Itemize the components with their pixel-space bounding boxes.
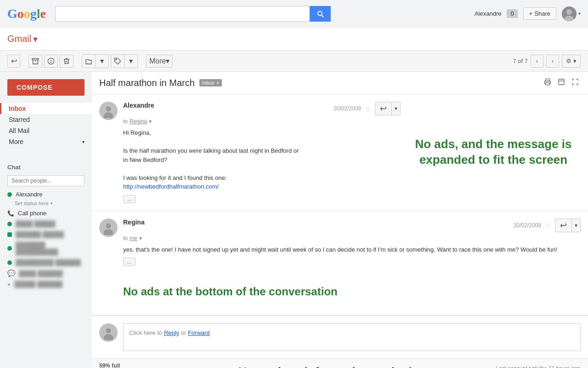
move-button[interactable] (82, 55, 96, 68)
settings-button[interactable]: ⚙ ▾ (562, 55, 581, 68)
contact4-status-icon (7, 260, 12, 265)
forward-link[interactable]: Forward (188, 329, 210, 336)
svg-point-15 (106, 223, 111, 228)
contact5-name: ████ ██████ (19, 270, 63, 277)
sidebar-item-inbox[interactable]: Inbox (0, 103, 92, 114)
reply-box[interactable]: Click here to Reply or Forward (123, 323, 581, 351)
inbox-tag: Inbox × (199, 79, 222, 86)
more-nav-label: More (9, 138, 82, 145)
tag-dropdown-button[interactable]: ▾ (124, 55, 137, 68)
to-recipient-1[interactable]: Regina (130, 118, 147, 125)
message-date-2: 20/02/2009 ☆ ↩ ▾ (514, 218, 581, 232)
sidebar-item-all-mail[interactable]: All Mail (0, 125, 92, 136)
star-button-1[interactable]: ☆ (365, 104, 371, 113)
thread-header: Half marathon in March Inbox × (92, 72, 588, 94)
more-nav-chevron-icon: ▾ (82, 139, 85, 144)
avatar (562, 6, 577, 21)
tag-icon (114, 58, 121, 65)
set-status-row[interactable]: Set status here ▾ (0, 200, 92, 208)
star-button-2[interactable]: ☆ (545, 221, 551, 230)
more-chevron-icon: ▾ (166, 57, 170, 65)
share-icon: + (529, 10, 533, 17)
sidebar-item-more[interactable]: More ▾ (0, 136, 92, 147)
more-options-button-2[interactable]: ▾ (572, 218, 581, 232)
sidebar: COMPOSE Inbox Starred All Mail More ▾ Ch… (0, 72, 92, 368)
contact3-name: ███████ ██████████ (16, 242, 85, 255)
share-button[interactable]: + Share (523, 7, 556, 20)
all-mail-label: All Mail (9, 127, 85, 134)
email-message-1: Alexandre 20/02/2009 ☆ ↩ ▾ to Regina ▾ (92, 94, 588, 211)
logo-letter-g: G (7, 6, 17, 21)
to-recipient-2[interactable]: me (130, 235, 137, 242)
svg-rect-8 (546, 82, 549, 85)
avatar-reply (99, 323, 118, 342)
content-area: Half marathon in March Inbox × (92, 72, 588, 368)
reply-button-2[interactable]: ↩ (555, 218, 572, 232)
google-logo: Google (7, 6, 46, 21)
contact4-name: █████████ ██████ (16, 259, 81, 266)
pagination: 7 of 7 ‹ › ⚙ ▾ (513, 55, 581, 68)
chat-item-contact-6[interactable]: ● █████ ██████ (0, 279, 92, 289)
last-activity-text: Last account activity: 11 hours ago (496, 365, 581, 368)
notifications-badge[interactable]: 0 (507, 9, 517, 18)
to-chevron-icon-2[interactable]: ▾ (139, 235, 142, 242)
chat-item-contact-1[interactable]: ████ █████ (0, 218, 92, 229)
annotation-2: No ads at the bottom of the conversation (123, 275, 581, 308)
sidebar-item-starred[interactable]: Starred (0, 114, 92, 125)
archive-button[interactable] (28, 55, 42, 68)
search-input[interactable] (55, 6, 310, 22)
to-label-2: to (123, 235, 128, 242)
toolbar: ↩ ▾ ▾ More ▾ 7 of 7 ‹ › ⚙ ▾ (0, 51, 588, 72)
compose-button[interactable]: COMPOSE (7, 79, 85, 96)
ellipsis-button-1[interactable]: ... (123, 195, 136, 203)
search-box-container (55, 6, 331, 22)
last-activity: Last account activity: 11 hours ago Deta… (496, 365, 581, 368)
reply-button-1[interactable]: ↩ (375, 102, 392, 115)
move-dropdown-button[interactable]: ▾ (96, 55, 108, 68)
search-icon (316, 10, 324, 18)
fullscreen-icon[interactable] (570, 76, 581, 89)
tag-button[interactable] (111, 55, 124, 68)
date-2: 20/02/2009 (514, 222, 541, 229)
avatar-regina (99, 218, 118, 237)
reply-prompt: Click here to (129, 329, 164, 336)
top-right: Alexandre 0 + Share ▾ (475, 6, 581, 21)
settings-icon: ⚙ (566, 58, 571, 64)
delete-button[interactable] (60, 55, 74, 68)
contact6-icon: ● (7, 281, 11, 288)
avatar-chevron-icon[interactable]: ▾ (578, 11, 581, 16)
print-icon[interactable] (542, 76, 553, 89)
chat-item-call-phone[interactable]: 📞 Call phone (0, 208, 92, 218)
new-window-icon[interactable] (556, 76, 567, 89)
avatar-image (562, 6, 577, 21)
logo-letter-o2: o (24, 6, 30, 21)
gmail-label[interactable]: Gmail ▾ (7, 34, 38, 45)
starred-label: Starred (9, 116, 85, 123)
chat-item-contact-5[interactable]: 💬 ████ ██████ (0, 268, 92, 279)
avatar-alexandre (99, 102, 118, 120)
reply-link[interactable]: Reply (164, 329, 179, 336)
ellipsis-button-2[interactable]: ... (123, 258, 136, 266)
svg-point-6 (51, 62, 51, 63)
sender-name-1: Alexandre (123, 102, 154, 109)
set-status-label: Set status here (15, 201, 49, 206)
svg-point-18 (106, 328, 111, 334)
next-page-button[interactable]: › (546, 55, 559, 68)
contact6-name: █████ ██████ (14, 281, 62, 288)
svg-point-7 (116, 59, 117, 60)
message-link-1[interactable]: http://newbedfordhalfmarathon.com/ (123, 183, 219, 190)
chat-item-contact-2[interactable]: ██████ █████ (0, 229, 92, 240)
more-label: More (149, 57, 166, 65)
chat-item-contact-4[interactable]: █████████ ██████ (0, 257, 92, 268)
prev-page-button[interactable]: ‹ (531, 55, 543, 68)
chat-item-alexandre[interactable]: Alexandre (0, 189, 92, 200)
back-button[interactable]: ↩ (7, 55, 20, 68)
search-button[interactable] (310, 6, 331, 22)
chat-search-input[interactable] (7, 175, 85, 186)
to-chevron-icon-1[interactable]: ▾ (149, 118, 152, 125)
chat-item-contact-3[interactable]: ███████ ██████████ (0, 240, 92, 257)
more-button[interactable]: More ▾ (146, 55, 173, 68)
more-options-button-1[interactable]: ▾ (392, 102, 401, 115)
inbox-tag-close-icon[interactable]: × (216, 80, 219, 86)
spam-button[interactable] (44, 55, 58, 68)
